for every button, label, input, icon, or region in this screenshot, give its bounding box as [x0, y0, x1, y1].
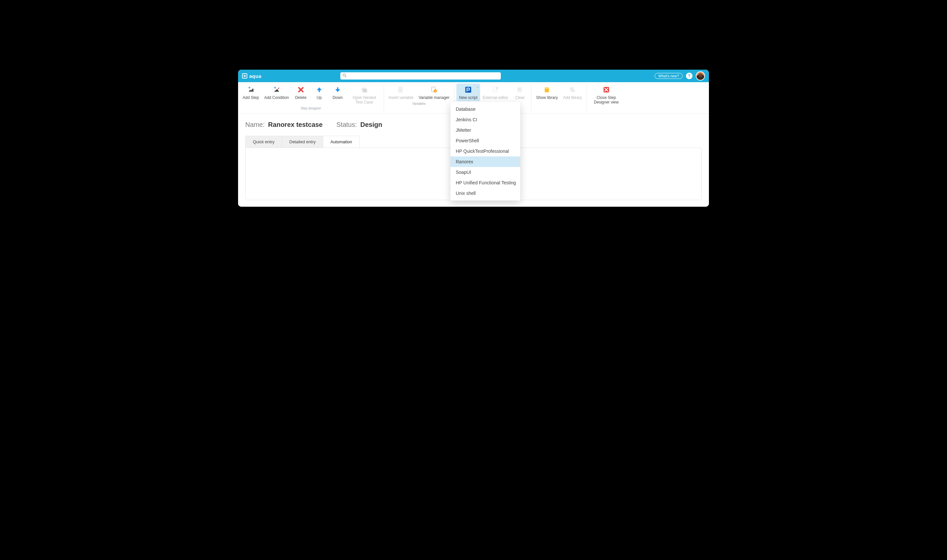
status-label: Status: — [336, 121, 357, 128]
close-step-designer-button[interactable]: Close Step Designer view — [589, 83, 624, 106]
group-variables: x Insert variable Variable manager Varia… — [386, 83, 452, 106]
chevron-down-icon: ⌄ — [476, 85, 479, 88]
up-icon — [315, 85, 323, 94]
external-editor-icon — [491, 85, 500, 94]
external-editor-button[interactable]: External editor — [480, 83, 511, 101]
svg-text:+: + — [274, 86, 276, 90]
dropdown-item[interactable]: Ranorex — [451, 157, 520, 167]
add-condition-button[interactable]: + Add Condition — [262, 83, 291, 101]
tab-detailed-entry[interactable]: Detailed entry — [282, 136, 323, 148]
name-field: Name: Ranorex testcase — [245, 121, 323, 129]
variable-manager-button[interactable]: Variable manager — [416, 83, 452, 101]
close-label: Close Step Designer view — [591, 95, 621, 105]
add-library-icon: + — [568, 85, 577, 94]
whats-new-button[interactable]: What's new? — [655, 73, 683, 79]
svg-text:x: x — [400, 88, 402, 91]
header-right: What's new? ? — [655, 71, 705, 80]
separator — [531, 85, 531, 112]
dropdown-item[interactable]: Unix shell — [451, 188, 520, 198]
new-script-button[interactable]: ⌄ New script — [456, 83, 480, 101]
separator — [384, 85, 384, 112]
show-library-label: Show library — [536, 95, 558, 100]
show-library-icon — [542, 85, 551, 94]
up-label: Up — [317, 95, 322, 100]
new-script-icon — [464, 85, 473, 94]
dropdown-item[interactable]: PowerShell — [451, 135, 520, 146]
insert-variable-icon: x — [397, 85, 405, 94]
dropdown-item[interactable]: SoapUI — [451, 167, 520, 177]
dropdown-item[interactable]: Jenkins CI — [451, 114, 520, 125]
svg-rect-7 — [363, 89, 367, 92]
group-label-step-designer: Step designer — [240, 106, 382, 110]
tab-automation[interactable]: Automation — [323, 136, 359, 148]
clear-label: Clear — [515, 95, 525, 100]
insert-variable-label: Insert variable — [389, 95, 413, 100]
separator — [587, 85, 587, 112]
search-icon — [342, 73, 347, 79]
up-button[interactable]: Up — [310, 83, 328, 101]
brand-text: aqua — [249, 73, 262, 79]
add-step-label: Add Step — [243, 95, 259, 100]
clear-button[interactable]: Clear — [511, 83, 529, 101]
add-library-button[interactable]: + Add library — [560, 83, 584, 101]
open-nested-icon — [360, 85, 369, 94]
svg-text:+: + — [248, 86, 251, 90]
down-label: Down — [333, 95, 343, 100]
group-step-designer: + Add Step + Add Condition — [240, 83, 382, 111]
ribbon: + Add Step + Add Condition — [238, 82, 709, 114]
open-nested-label: Open Nested Test Case — [350, 95, 379, 105]
add-condition-icon: + — [272, 85, 281, 94]
tab-quick-entry[interactable]: Quick entry — [246, 136, 282, 148]
search-input[interactable] — [340, 72, 501, 80]
group-label-variables: Variables — [386, 102, 452, 106]
status-value: Design — [360, 121, 382, 128]
svg-point-19 — [545, 87, 549, 89]
new-script-dropdown: DatabaseJenkins CIJMetterPowerShellHP Qu… — [451, 102, 520, 200]
svg-rect-14 — [493, 87, 497, 92]
clear-icon — [516, 85, 524, 94]
delete-icon — [297, 85, 305, 94]
svg-point-12 — [435, 90, 436, 92]
add-step-button[interactable]: + Add Step — [240, 83, 262, 101]
add-library-label: Add library — [563, 95, 582, 100]
app-window: aqua What's new? ? + — [238, 70, 709, 207]
tabs: Quick entry Detailed entry Automation — [245, 136, 360, 148]
dropdown-item[interactable]: HP QuickTestProfessional — [451, 146, 520, 157]
delete-button[interactable]: Delete — [292, 83, 310, 101]
svg-point-0 — [343, 74, 345, 76]
svg-line-1 — [345, 76, 346, 77]
open-nested-button[interactable]: Open Nested Test Case — [347, 83, 382, 106]
status-field: Status: Design — [336, 121, 382, 129]
brand-icon — [242, 73, 247, 78]
avatar[interactable] — [696, 71, 705, 80]
group-library: Show library + Add library — [533, 83, 584, 106]
show-library-button[interactable]: Show library — [533, 83, 560, 101]
help-button[interactable]: ? — [686, 72, 693, 79]
name-value: Ranorex testcase — [268, 121, 323, 128]
down-icon — [333, 85, 342, 94]
group-close: Close Step Designer view — [589, 83, 624, 111]
search-wrap — [340, 72, 501, 80]
add-condition-label: Add Condition — [264, 95, 289, 100]
dropdown-item[interactable]: JMetter — [451, 125, 520, 135]
dropdown-item[interactable]: Database — [451, 104, 520, 114]
dropdown-item[interactable]: HP Unified Functional Testing — [451, 177, 520, 188]
insert-variable-button[interactable]: x Insert variable — [386, 83, 416, 101]
svg-text:+: + — [573, 89, 575, 93]
down-button[interactable]: Down — [328, 83, 347, 101]
variable-manager-label: Variable manager — [419, 95, 450, 100]
name-label: Name: — [245, 121, 265, 128]
delete-label: Delete — [295, 95, 306, 100]
add-step-icon: + — [246, 85, 255, 94]
app-header: aqua What's new? ? — [238, 70, 709, 82]
external-editor-label: External editor — [483, 95, 508, 100]
close-icon — [602, 85, 611, 94]
variable-manager-icon — [430, 85, 438, 94]
new-script-label: New script — [459, 95, 477, 100]
brand: aqua — [242, 73, 262, 79]
